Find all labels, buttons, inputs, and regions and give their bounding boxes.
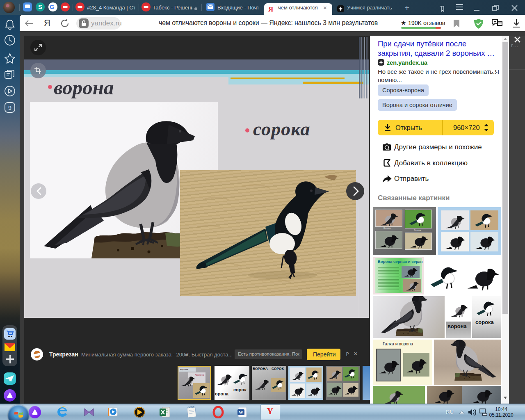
svg-text:9: 9: [8, 105, 11, 111]
svg-text:W: W: [239, 410, 243, 415]
